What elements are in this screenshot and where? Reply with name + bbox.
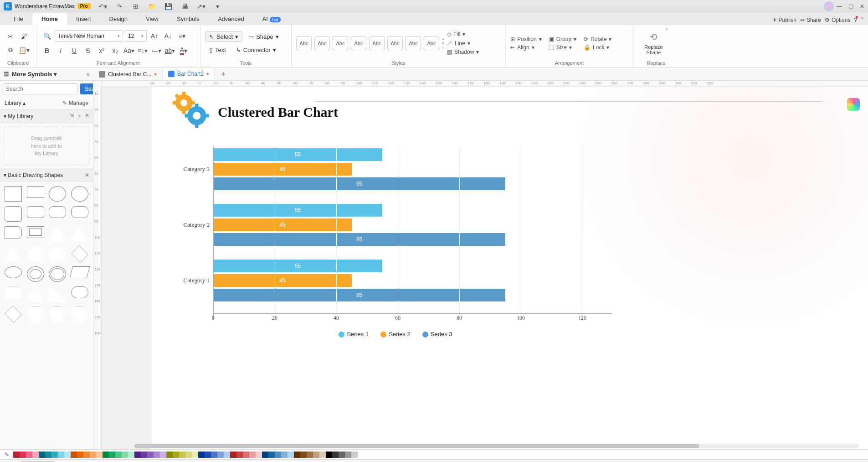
- size-button[interactable]: ⬚Size ▾: [549, 44, 576, 51]
- line-spacing-icon[interactable]: ≡↕▾: [137, 45, 149, 57]
- menu-file[interactable]: File: [5, 13, 32, 25]
- options-button[interactable]: ⚙Options: [825, 17, 850, 23]
- copy-icon[interactable]: ⧉: [5, 44, 16, 56]
- underline-icon[interactable]: U: [68, 45, 80, 57]
- style-preset[interactable]: Abc: [333, 36, 348, 50]
- gallery-down-icon[interactable]: ▾: [442, 41, 444, 46]
- symbol-search-input[interactable]: [3, 83, 77, 94]
- new-tab-button[interactable]: ＋: [215, 69, 231, 79]
- shape-trapezoid[interactable]: [5, 286, 22, 298]
- palette-swatch[interactable]: [109, 452, 115, 458]
- palette-swatch[interactable]: [275, 452, 281, 458]
- palette-swatch[interactable]: [198, 452, 205, 458]
- shape-circle-2[interactable]: [71, 186, 88, 202]
- bold-icon[interactable]: B: [41, 45, 53, 57]
- shape-rounded-square[interactable]: [5, 206, 22, 222]
- bar-series-1[interactable]: 55: [213, 260, 382, 272]
- palette-swatch[interactable]: [249, 452, 256, 458]
- layers-icon[interactable]: ◈: [676, 460, 688, 462]
- palette-swatch[interactable]: [268, 452, 275, 458]
- palette-swatch[interactable]: [339, 452, 345, 458]
- palette-swatch[interactable]: [345, 452, 351, 458]
- shape-hexagon-3[interactable]: [71, 306, 88, 322]
- mylib-toggle[interactable]: ▾ My Library: [4, 113, 33, 119]
- palette-swatch[interactable]: [307, 452, 313, 458]
- line-button[interactable]: ／Line ▾: [447, 39, 479, 47]
- palette-swatch[interactable]: [115, 452, 122, 458]
- palette-swatch[interactable]: [122, 452, 128, 458]
- help-button[interactable]: ?: [854, 17, 857, 23]
- palette-swatch[interactable]: [185, 452, 192, 458]
- palette-swatch[interactable]: [160, 452, 166, 458]
- palette-swatch[interactable]: [281, 452, 288, 458]
- menu-home[interactable]: Home: [32, 13, 67, 25]
- library-toggle-icon[interactable]: ☰: [4, 71, 9, 78]
- collapse-panel-icon[interactable]: «: [87, 71, 90, 78]
- legend-item[interactable]: Series 2: [380, 331, 411, 337]
- palette-swatch[interactable]: [58, 452, 64, 458]
- shape-hexagon-2[interactable]: [49, 306, 66, 322]
- palette-swatch[interactable]: [211, 452, 217, 458]
- connector-tool[interactable]: ↳Connector ▾: [232, 45, 280, 55]
- save-icon[interactable]: 💾: [163, 0, 175, 12]
- style-preset[interactable]: Abc: [424, 36, 439, 50]
- add-page-icon[interactable]: ＋: [60, 460, 72, 462]
- shape-rectangle[interactable]: [27, 186, 44, 198]
- open-icon[interactable]: 📁: [146, 0, 158, 12]
- palette-swatch[interactable]: [205, 452, 211, 458]
- legend-item[interactable]: Series 3: [422, 331, 452, 337]
- shape-pentagon[interactable]: [27, 246, 44, 262]
- horizontal-scrollbar[interactable]: [134, 444, 859, 448]
- shape-tool[interactable]: ▭Shape ▾: [244, 31, 283, 42]
- palette-swatch[interactable]: [39, 452, 45, 458]
- collapse-ribbon-icon[interactable]: ˄: [861, 17, 863, 23]
- palette-swatch[interactable]: [154, 452, 160, 458]
- shape-pill[interactable]: [71, 286, 88, 298]
- palette-swatch[interactable]: [32, 452, 39, 458]
- palette-swatch[interactable]: [236, 452, 243, 458]
- canvas-page[interactable]: Clustered Bar Chart Category 3554595Cate…: [152, 87, 868, 449]
- palette-swatch[interactable]: [300, 452, 307, 458]
- palette-swatch[interactable]: [319, 452, 326, 458]
- palette-swatch[interactable]: [262, 452, 268, 458]
- replace-more-icon[interactable]: ▾: [666, 27, 668, 31]
- palette-swatch[interactable]: [179, 452, 185, 458]
- bar-series-3[interactable]: 95: [213, 289, 505, 301]
- shape-frame[interactable]: [27, 226, 44, 238]
- palette-swatch[interactable]: [45, 452, 51, 458]
- symbol-search-button[interactable]: Search: [80, 83, 93, 94]
- shadow-button[interactable]: ▤Shadow ▾: [447, 49, 479, 55]
- palette-swatch[interactable]: [96, 452, 103, 458]
- palette-swatch[interactable]: [230, 452, 236, 458]
- user-avatar[interactable]: [824, 1, 834, 11]
- palette-swatch[interactable]: [256, 452, 262, 458]
- palette-swatch[interactable]: [294, 452, 300, 458]
- add-lib-icon[interactable]: ＋: [77, 112, 82, 120]
- palette-swatch[interactable]: [166, 452, 173, 458]
- export-icon[interactable]: ↗▾: [195, 0, 207, 12]
- palette-swatch[interactable]: [326, 452, 332, 458]
- palette-swatch[interactable]: [20, 452, 26, 458]
- shrink-font-icon[interactable]: A↓: [162, 30, 174, 42]
- group-button[interactable]: ▣Group ▾: [549, 36, 576, 42]
- new-icon[interactable]: ⊞: [130, 0, 142, 12]
- palette-swatch[interactable]: [313, 452, 319, 458]
- basic-shapes-toggle[interactable]: ▾ Basic Drawing Shapes: [4, 172, 63, 178]
- page-view-icon[interactable]: ▥: [4, 460, 15, 462]
- style-preset[interactable]: Abc: [314, 36, 330, 50]
- present-icon[interactable]: ▷: [720, 460, 732, 462]
- shape-donut[interactable]: [27, 266, 44, 282]
- palette-swatch[interactable]: [26, 452, 32, 458]
- manage-button[interactable]: ✎ Manage: [62, 100, 88, 106]
- clustered-bar-chart[interactable]: Category 3554595Category 2554595Category…: [179, 146, 612, 337]
- import-lib-icon[interactable]: ⇲: [69, 112, 74, 120]
- menu-advanced[interactable]: Advanced: [209, 13, 253, 25]
- palette-swatch[interactable]: [332, 452, 339, 458]
- strike-icon[interactable]: S: [82, 45, 94, 57]
- more-symbols-label[interactable]: More Symbols ▾: [12, 71, 57, 78]
- superscript-icon[interactable]: x²: [96, 45, 108, 57]
- palette-swatch[interactable]: [224, 452, 230, 458]
- bar-series-2[interactable]: 45: [213, 274, 352, 287]
- menu-ai[interactable]: AI hot: [253, 13, 290, 25]
- bar-series-1[interactable]: 55: [213, 204, 382, 217]
